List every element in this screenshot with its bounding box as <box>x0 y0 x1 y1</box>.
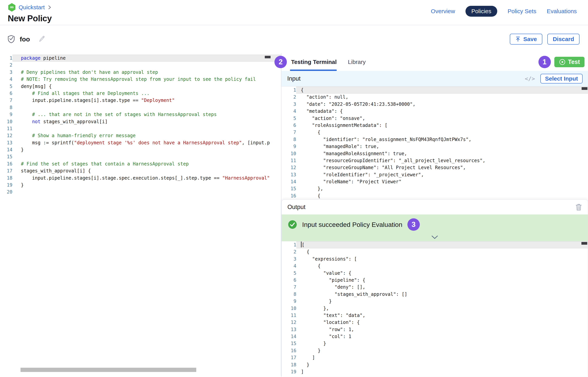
code-line: 9 } <box>282 298 588 305</box>
line-number: 12 <box>282 319 296 326</box>
annotation-badge-3: 3 <box>407 218 420 231</box>
code-line: 6 "roleAssignmentMetadata": [ <box>282 122 588 129</box>
test-label: Test <box>568 59 580 65</box>
code-line: 11 "text": "data", <box>282 312 588 319</box>
discard-button[interactable]: Discard <box>547 34 579 45</box>
line-number: 3 <box>0 69 12 76</box>
line-number: 9 <box>282 298 296 305</box>
policy-code-editor[interactable]: 1package pipeline23# Deny pipelines that… <box>0 53 281 377</box>
editor-horizontal-scrollbar[interactable] <box>21 368 196 372</box>
line-number: 13 <box>282 171 296 178</box>
line-number: 8 <box>0 104 12 111</box>
line-number: 16 <box>282 347 296 354</box>
line-number: 4 <box>0 76 12 83</box>
policy-code-lines[interactable]: 1package pipeline23# Deny pipelines that… <box>0 55 281 196</box>
input-code-editor[interactable]: 1{2 "action": null,3 "date": "2022-05-05… <box>282 86 588 200</box>
line-number: 4 <box>282 262 296 270</box>
code-line: 13 "roleIdentifier": "_project_viewer", <box>282 171 588 178</box>
tab-library[interactable]: Library <box>348 59 366 65</box>
code-line: 16# Find the set of stages that contain … <box>0 160 281 167</box>
trash-icon[interactable] <box>576 203 582 211</box>
code-line: 10 not stages_with_approval[i] <box>0 118 281 125</box>
code-line: 13 msg := sprintf("deployment stage '%s'… <box>0 139 281 146</box>
line-number: 8 <box>282 291 296 298</box>
edit-pencil-icon[interactable] <box>38 35 45 43</box>
line-number: 1 <box>282 241 296 248</box>
line-number: 6 <box>0 90 12 97</box>
code-line: 10 }, <box>282 305 588 312</box>
code-line: 1[ <box>282 241 588 248</box>
code-line: 5deny[msg] { <box>0 83 281 90</box>
code-line: 6 # Find all stages that are Deployments… <box>0 90 281 97</box>
line-number: 9 <box>0 111 12 118</box>
code-line: 8 <box>0 104 281 111</box>
code-brackets-icon[interactable]: </> <box>525 75 535 82</box>
code-line: 12 "location": { <box>282 319 588 326</box>
code-line: 6 "pipeline": { <box>282 277 588 284</box>
code-line: 11 "resourceGroupIdentifier": "_all_proj… <box>282 157 588 164</box>
save-button[interactable]: Save <box>510 34 542 45</box>
line-number: 15 <box>282 185 296 192</box>
tab-testing-terminal[interactable]: Testing Terminal <box>291 59 337 65</box>
line-number: 17 <box>282 354 296 361</box>
line-number: 14 <box>0 146 12 153</box>
select-input-button[interactable]: Select Input <box>540 74 583 83</box>
line-number: 12 <box>282 164 296 171</box>
code-line: 2 { <box>282 248 588 255</box>
code-line: 19} <box>0 182 281 188</box>
code-line: 2 <box>0 62 281 69</box>
banner-status-text: Input succeeded Policy Evaluation <box>302 221 402 228</box>
chevron-down-icon[interactable] <box>431 235 439 240</box>
testing-terminal-panel: 2 Testing Terminal Library 1 Test Input … <box>281 53 588 377</box>
output-scrollbar-thumb[interactable] <box>581 242 587 245</box>
line-number: 18 <box>282 361 296 368</box>
policy-toolbar: foo Save Discard <box>0 25 588 53</box>
editor-overview-ruler-mark <box>265 56 271 58</box>
output-code-lines[interactable]: 1[2 {3 "expressions": [4 {5 "value": {6 … <box>282 241 588 375</box>
line-number: 2 <box>282 94 296 101</box>
nav-tab-evaluations[interactable]: Evaluations <box>547 8 577 14</box>
nav-tab-policies[interactable]: Policies <box>465 6 497 17</box>
line-number: 1 <box>0 55 12 62</box>
code-line: 17 ] <box>282 354 588 361</box>
line-number: 7 <box>0 97 12 104</box>
code-line: 5 "action": "onsave", <box>282 115 588 122</box>
line-number: 15 <box>0 153 12 160</box>
line-number: 10 <box>282 305 296 312</box>
line-number: 10 <box>282 150 296 157</box>
success-check-icon <box>288 220 297 229</box>
line-number: 14 <box>282 333 296 340</box>
code-line: 13 "row": 1, <box>282 326 588 333</box>
breadcrumb-project-link[interactable]: Quickstart <box>19 4 45 11</box>
code-line: 14} <box>0 146 281 153</box>
line-number: 16 <box>282 192 296 199</box>
code-line: 7 { <box>282 129 588 136</box>
line-number: 11 <box>282 157 296 164</box>
save-label: Save <box>523 36 537 42</box>
code-line: 14 "col": 1 <box>282 333 588 340</box>
text-cursor <box>301 242 302 247</box>
nav-tab-policy-sets[interactable]: Policy Sets <box>508 8 536 14</box>
line-number: 7 <box>282 284 296 291</box>
code-line: 20 <box>0 188 281 195</box>
code-line: 7 "deny": [], <box>282 284 588 291</box>
test-button[interactable]: Test <box>554 57 585 67</box>
code-line: 7 input.pipeline.stages[i].stage.type ==… <box>0 97 281 104</box>
code-line: 15 } <box>282 340 588 347</box>
line-number: 13 <box>0 139 12 146</box>
nav-tab-overview[interactable]: Overview <box>431 8 455 14</box>
line-number: 7 <box>282 129 296 136</box>
code-line: 16 } <box>282 347 588 354</box>
input-scrollbar-thumb[interactable] <box>582 87 588 90</box>
code-line: 19] <box>282 368 588 375</box>
code-line: 12 "resourceGroupName": "All Project Lev… <box>282 164 588 171</box>
output-code-editor[interactable]: 1[2 {3 "expressions": [4 {5 "value": {6 … <box>282 241 588 377</box>
line-number: 9 <box>282 143 296 150</box>
input-section-header: Input </> Select Input <box>282 71 588 86</box>
line-number: 20 <box>0 188 12 195</box>
input-code-lines[interactable]: 1{2 "action": null,3 "date": "2022-05-05… <box>282 87 588 199</box>
code-line: 9 "managedRole": true, <box>282 143 588 150</box>
shield-check-icon <box>7 35 15 43</box>
line-number: 15 <box>282 340 296 347</box>
line-number: 19 <box>0 182 12 188</box>
